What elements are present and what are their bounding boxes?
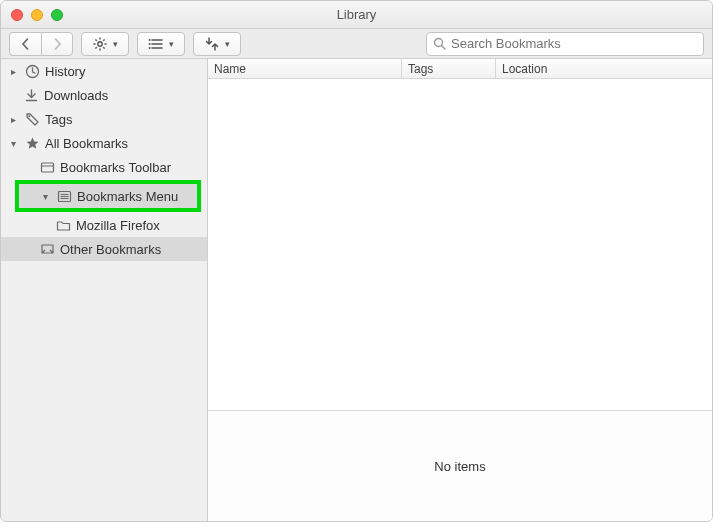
import-export-icon xyxy=(204,36,220,52)
column-header-name[interactable]: Name xyxy=(208,59,402,78)
sidebar-item-label: Bookmarks Toolbar xyxy=(60,160,171,175)
svg-line-8 xyxy=(95,47,96,48)
highlight-annotation: ▾ Bookmarks Menu xyxy=(15,180,201,212)
column-header-location[interactable]: Location xyxy=(496,59,712,78)
sidebar-item-history[interactable]: ▸ History xyxy=(1,59,207,83)
svg-line-16 xyxy=(442,46,446,50)
window-title: Library xyxy=(1,7,712,22)
disclosure-closed-icon[interactable]: ▸ xyxy=(7,114,19,125)
nav-buttons xyxy=(9,32,73,56)
star-icon xyxy=(24,135,40,151)
gear-icon xyxy=(92,36,108,52)
search-icon xyxy=(433,37,446,50)
folder-icon xyxy=(55,217,71,233)
other-bookmarks-icon xyxy=(39,241,55,257)
download-icon xyxy=(23,87,39,103)
sidebar-item-downloads[interactable]: Downloads xyxy=(1,83,207,107)
chevron-down-icon: ▾ xyxy=(113,39,118,49)
disclosure-closed-icon[interactable]: ▸ xyxy=(7,66,19,77)
column-header-tags[interactable]: Tags xyxy=(402,59,496,78)
toolbar: ▾ ▾ ▾ xyxy=(1,29,712,59)
svg-point-18 xyxy=(28,115,30,117)
chevron-left-icon xyxy=(21,38,30,50)
organize-menu-button[interactable]: ▾ xyxy=(81,32,129,56)
svg-point-0 xyxy=(98,41,102,45)
chevron-down-icon: ▾ xyxy=(225,39,230,49)
sidebar-item-label: Bookmarks Menu xyxy=(77,189,178,204)
search-input[interactable] xyxy=(451,36,697,51)
import-backup-menu-button[interactable]: ▾ xyxy=(193,32,241,56)
list-icon xyxy=(148,37,164,51)
sidebar-item-bookmarks-menu[interactable]: ▾ Bookmarks Menu xyxy=(19,184,197,208)
sidebar-item-label: Other Bookmarks xyxy=(60,242,161,257)
sidebar-item-label: History xyxy=(45,64,85,79)
sidebar-item-other-bookmarks[interactable]: Other Bookmarks xyxy=(1,237,207,261)
main-panel: Name Tags Location No items xyxy=(208,59,712,521)
svg-point-12 xyxy=(149,39,151,41)
back-button[interactable] xyxy=(9,32,41,56)
sidebar-item-label: Downloads xyxy=(44,88,108,103)
sidebar: ▸ History Downloads ▸ Tags ▾ All Bookmar… xyxy=(1,59,208,521)
sidebar-item-tags[interactable]: ▸ Tags xyxy=(1,107,207,131)
toolbar-folder-icon xyxy=(39,159,55,175)
disclosure-open-icon[interactable]: ▾ xyxy=(7,138,19,149)
empty-state-label: No items xyxy=(434,459,485,474)
views-menu-button[interactable]: ▾ xyxy=(137,32,185,56)
sidebar-item-label: Tags xyxy=(45,112,72,127)
bookmarks-list[interactable] xyxy=(208,79,712,411)
disclosure-open-icon[interactable]: ▾ xyxy=(39,191,51,202)
menu-folder-icon xyxy=(56,188,72,204)
svg-point-13 xyxy=(149,43,151,45)
column-headers: Name Tags Location xyxy=(208,59,712,79)
chevron-down-icon: ▾ xyxy=(169,39,174,49)
svg-point-14 xyxy=(149,47,151,49)
library-window: Library ▾ ▾ ▾ xyxy=(0,0,713,522)
svg-line-6 xyxy=(103,47,104,48)
details-pane: No items xyxy=(208,411,712,521)
svg-line-5 xyxy=(95,39,96,40)
tag-icon xyxy=(24,111,40,127)
sidebar-item-label: All Bookmarks xyxy=(45,136,128,151)
sidebar-item-all-bookmarks[interactable]: ▾ All Bookmarks xyxy=(1,131,207,155)
sidebar-item-label: Mozilla Firefox xyxy=(76,218,160,233)
search-field[interactable] xyxy=(426,32,704,56)
sidebar-item-bookmarks-toolbar[interactable]: Bookmarks Toolbar xyxy=(1,155,207,179)
sidebar-item-mozilla-firefox[interactable]: Mozilla Firefox xyxy=(1,213,207,237)
titlebar: Library xyxy=(1,1,712,29)
clock-icon xyxy=(24,63,40,79)
svg-line-7 xyxy=(103,39,104,40)
chevron-right-icon xyxy=(53,38,62,50)
svg-rect-19 xyxy=(41,163,53,172)
forward-button[interactable] xyxy=(41,32,73,56)
